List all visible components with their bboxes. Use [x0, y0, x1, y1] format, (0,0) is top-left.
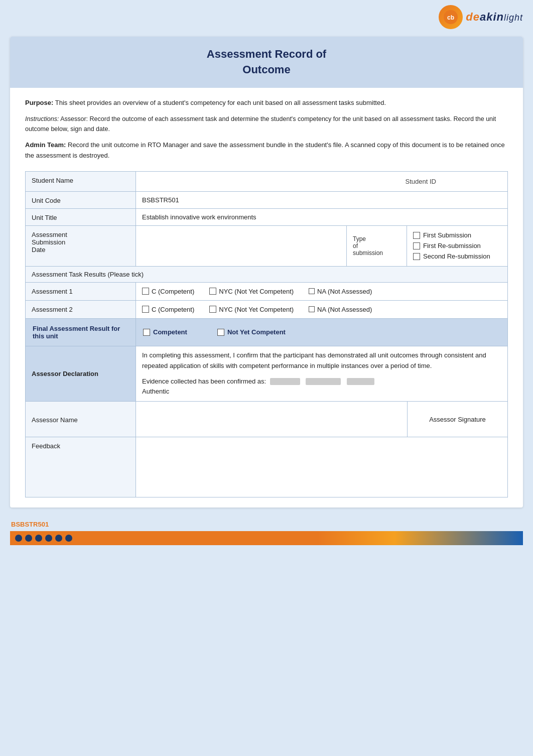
task-results-header-row: Assessment Task Results (Please tick) — [26, 266, 508, 282]
assessor-signature-label: Assessor Signature — [429, 416, 486, 423]
assessment-1-label: Assessment 1 — [26, 282, 136, 300]
assessment-1-options: C (Competent) NYC (Not Yet Competent) NA… — [136, 282, 508, 300]
final-options-container: Competent Not Yet Competent — [143, 328, 500, 336]
submission-date-cell: Type of submission First Submission — [136, 225, 508, 266]
declaration-text-2: Evidence collected has been confirmed as… — [142, 376, 501, 387]
footer-code: BSBSTR501 — [11, 518, 523, 531]
logo-icon: cb — [439, 5, 463, 29]
final-result-row: Final Assessment Result for this unit Co… — [26, 318, 508, 346]
main-card: Assessment Record of Outcome Purpose: Th… — [10, 37, 523, 508]
final-nyc: Not Yet Competent — [217, 328, 286, 336]
assessment-2-na: NA (Not Assessed) — [309, 306, 372, 313]
assessment-2-options: C (Competent) NYC (Not Yet Competent) NA… — [136, 300, 508, 318]
of-label: of — [353, 242, 401, 249]
first-resubmission-label: First Re-submission — [423, 242, 481, 249]
bottom-footer: BSBSTR501 — [10, 518, 523, 545]
first-resubmission-option: First Re-submission — [413, 242, 501, 249]
footer-dot-6 — [65, 535, 72, 542]
purpose-text: Purpose: This sheet provides an overview… — [25, 98, 508, 108]
a1-nyc-checkbox[interactable] — [209, 288, 216, 295]
footer-dot-5 — [55, 535, 62, 542]
final-nyc-label: Not Yet Competent — [227, 328, 286, 336]
unit-code-value: BSBSTR501 — [136, 191, 508, 208]
assessment-1-na: NA (Not Assessed) — [309, 288, 372, 295]
submission-date-value — [136, 226, 347, 266]
assessor-declaration-content: In completing this assessment, I confirm… — [136, 346, 508, 401]
assessor-name-label: Assessor Name — [26, 402, 136, 437]
assessment-2-options-container: C (Competent) NYC (Not Yet Competent) NA… — [142, 306, 501, 313]
content-area: Purpose: This sheet provides an overview… — [10, 88, 523, 508]
assessor-declaration-label: Assessor Declaration — [26, 346, 136, 401]
student-id-label: Student ID — [406, 178, 436, 185]
footer-bar — [10, 531, 523, 545]
a2-nyc-checkbox[interactable] — [209, 306, 216, 313]
unit-title-value: Establish innovative work environments — [136, 208, 508, 225]
submission-checkboxes: First Submission First Re-submission Sec… — [407, 226, 507, 266]
title-section: Assessment Record of Outcome — [10, 37, 523, 88]
assessment-2-label: Assessment 2 — [26, 300, 136, 318]
submission-date-label: Assessment Submission Date — [26, 225, 136, 266]
final-result-options: Competent Not Yet Competent — [136, 318, 508, 346]
footer-dot-4 — [45, 535, 52, 542]
final-nyc-checkbox[interactable] — [217, 329, 224, 336]
assessment-1-row: Assessment 1 C (Competent) NYC (Not Yet … — [26, 282, 508, 300]
a2-na-checkbox[interactable] — [309, 306, 315, 312]
form-table: Student Name Student ID Unit Code BSBSTR… — [25, 171, 508, 497]
type-submission-area: Type of submission — [347, 226, 407, 266]
instructions-text: Instructions: Assessor: Record the outco… — [25, 114, 508, 134]
feedback-label: Feedback — [26, 437, 136, 497]
student-name-value: Student ID — [136, 171, 508, 191]
submission-label: submission — [353, 249, 401, 257]
a1-nyc-label: NYC (Not Yet Competent) — [219, 288, 294, 295]
assessment-2-nyc: NYC (Not Yet Competent) — [209, 306, 294, 313]
first-resubmission-checkbox[interactable] — [413, 242, 420, 249]
assessor-row-inner: Assessor Signature — [136, 402, 507, 437]
unit-title-label: Unit Title — [26, 208, 136, 225]
a2-na-label: NA (Not Assessed) — [317, 306, 372, 313]
svg-text:cb: cb — [447, 14, 454, 21]
feedback-row: Feedback — [26, 437, 508, 497]
logo-text: deakinlight — [466, 11, 523, 24]
unit-title-row: Unit Title Establish innovative work env… — [26, 208, 508, 225]
assessment-1-options-container: C (Competent) NYC (Not Yet Competent) NA… — [142, 288, 501, 295]
footer-dot-2 — [25, 535, 32, 542]
assessment-2-competent: C (Competent) — [142, 306, 194, 313]
a1-competent-checkbox[interactable] — [142, 288, 149, 295]
final-competent: Competent — [143, 328, 187, 336]
final-competent-label: Competent — [153, 328, 187, 336]
a1-competent-label: C (Competent) — [152, 288, 194, 295]
assessment-1-competent: C (Competent) — [142, 288, 194, 295]
declaration-text-1: In completing this assessment, I confirm… — [142, 350, 501, 371]
type-label: Type — [353, 235, 401, 242]
second-resubmission-checkbox[interactable] — [413, 253, 420, 260]
blurred-3 — [347, 378, 374, 385]
assessor-declaration-row: Assessor Declaration In completing this … — [26, 346, 508, 401]
final-result-label: Final Assessment Result for this unit — [26, 318, 136, 346]
footer-dot-1 — [15, 535, 22, 542]
assessor-name-cell: Assessor Signature — [136, 402, 508, 437]
top-header: cb deakinlight — [0, 0, 533, 32]
blurred-1 — [270, 378, 300, 385]
assessor-name-row: Assessor Name Assessor Signature — [26, 402, 508, 437]
first-submission-checkbox[interactable] — [413, 232, 420, 239]
a1-na-checkbox[interactable] — [309, 288, 315, 294]
task-results-header: Assessment Task Results (Please tick) — [26, 266, 508, 282]
assessor-signature-area: Assessor Signature — [407, 402, 507, 437]
unit-code-label: Unit Code — [26, 191, 136, 208]
a1-na-label: NA (Not Assessed) — [317, 288, 372, 295]
assessor-name-value — [136, 402, 407, 437]
student-name-row: Student Name Student ID — [26, 171, 508, 191]
page-title: Assessment Record of Outcome — [25, 47, 508, 78]
admin-text: Admin Team: Record the unit outcome in R… — [25, 140, 508, 161]
assessment-2-row: Assessment 2 C (Competent) NYC (Not Yet … — [26, 300, 508, 318]
submission-date-row: Assessment Submission Date Type of submi… — [26, 225, 508, 266]
a2-competent-label: C (Competent) — [152, 306, 194, 313]
blurred-2 — [306, 378, 341, 385]
first-submission-label: First Submission — [423, 231, 471, 239]
a2-competent-checkbox[interactable] — [142, 306, 149, 313]
second-resubmission-label: Second Re-submission — [423, 253, 490, 260]
student-name-label: Student Name — [26, 171, 136, 191]
unit-code-row: Unit Code BSBSTR501 — [26, 191, 508, 208]
assessment-1-nyc: NYC (Not Yet Competent) — [209, 288, 294, 295]
final-competent-checkbox[interactable] — [143, 329, 150, 336]
